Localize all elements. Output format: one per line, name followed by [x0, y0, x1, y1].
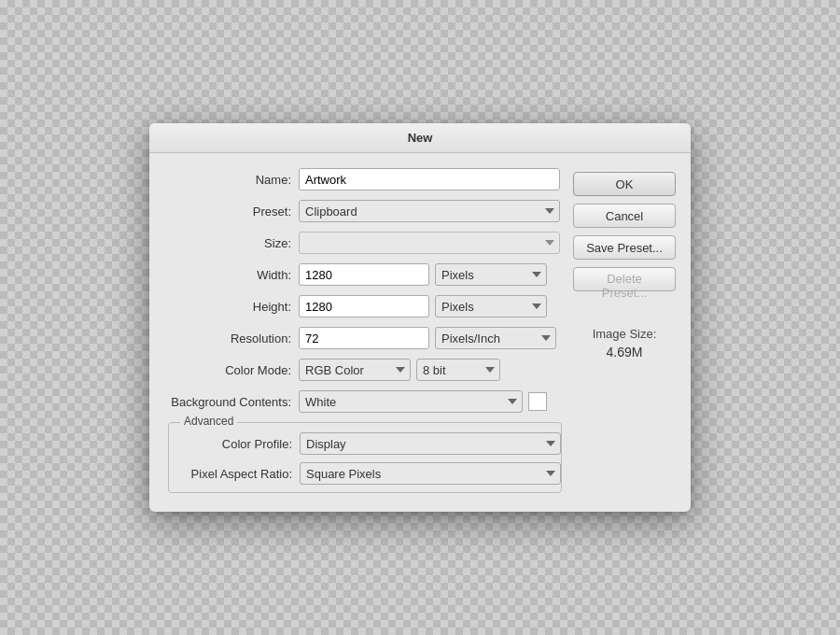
color-mode-field-group: RGB Color Grayscale CMYK Color 8 bit 16 …	[299, 359, 562, 381]
width-unit-select[interactable]: Pixels Inches Centimeters	[435, 263, 547, 286]
size-select[interactable]	[299, 232, 560, 254]
color-swatch[interactable]	[528, 392, 547, 411]
pixel-ratio-field-group: Square Pixels D1/DV NTSC D1/DV PAL	[300, 462, 561, 485]
ok-button[interactable]: OK	[573, 172, 676, 196]
resolution-unit-select[interactable]: Pixels/Inch Pixels/Centimeter	[435, 327, 556, 349]
preset-label: Preset:	[168, 205, 299, 219]
color-profile-label: Color Profile:	[169, 437, 300, 451]
size-label: Size:	[168, 236, 299, 250]
name-row: Name:	[168, 168, 562, 190]
background-select[interactable]: White Background Color Transparent	[299, 390, 523, 413]
height-unit-select[interactable]: Pixels Inches Centimeters	[435, 295, 547, 318]
advanced-group: Advanced Color Profile: Display sRGB IEC…	[168, 422, 562, 493]
preset-field-group: Clipboard Default Photoshop Size Letter …	[299, 200, 562, 222]
resolution-label: Resolution:	[168, 332, 299, 346]
size-row: Size:	[168, 232, 562, 254]
color-mode-label: Color Mode:	[168, 363, 299, 377]
background-row: Background Contents: White Background Co…	[168, 390, 562, 413]
height-field-group: Pixels Inches Centimeters	[299, 295, 562, 318]
save-preset-button[interactable]: Save Preset...	[573, 235, 676, 260]
form-area: Name: Preset: Clipboard Default Photosho…	[168, 168, 562, 493]
background-field-group: White Background Color Transparent	[299, 390, 562, 413]
name-label: Name:	[168, 173, 299, 187]
advanced-legend: Advanced	[180, 415, 237, 428]
size-field-group	[299, 232, 562, 254]
buttons-area: OK Cancel Save Preset... Delete Preset..…	[573, 168, 676, 493]
bit-depth-select[interactable]: 8 bit 16 bit 32 bit	[416, 359, 500, 381]
width-row: Width: Pixels Inches Centimeters	[168, 263, 562, 286]
width-input[interactable]	[299, 263, 429, 286]
size-input-wrapper	[299, 232, 560, 254]
color-mode-select[interactable]: RGB Color Grayscale CMYK Color	[299, 359, 411, 381]
color-profile-field-group: Display sRGB IEC61966-2.1 Adobe RGB (199…	[300, 432, 561, 455]
name-input[interactable]	[299, 168, 560, 190]
color-profile-row: Color Profile: Display sRGB IEC61966-2.1…	[169, 432, 561, 455]
image-size-label: Image Size:	[573, 327, 676, 341]
resolution-field-group: Pixels/Inch Pixels/Centimeter	[299, 327, 562, 349]
color-profile-select[interactable]: Display sRGB IEC61966-2.1 Adobe RGB (199…	[300, 432, 561, 455]
dialog-body: Name: Preset: Clipboard Default Photosho…	[149, 153, 691, 512]
dialog-title: New	[408, 131, 433, 145]
delete-preset-button[interactable]: Delete Preset...	[573, 267, 676, 291]
width-label: Width:	[168, 268, 299, 282]
color-mode-row: Color Mode: RGB Color Grayscale CMYK Col…	[168, 359, 562, 381]
image-size-value: 4.69M	[573, 345, 676, 360]
width-field-group: Pixels Inches Centimeters	[299, 263, 562, 286]
preset-select[interactable]: Clipboard Default Photoshop Size Letter …	[299, 200, 560, 222]
name-field-group	[299, 168, 562, 190]
preset-row: Preset: Clipboard Default Photoshop Size…	[168, 200, 562, 222]
resolution-row: Resolution: Pixels/Inch Pixels/Centimete…	[168, 327, 562, 349]
background-label: Background Contents:	[168, 395, 299, 409]
height-input[interactable]	[299, 295, 429, 318]
pixel-ratio-select[interactable]: Square Pixels D1/DV NTSC D1/DV PAL	[300, 462, 561, 485]
resolution-input[interactable]	[299, 327, 429, 349]
pixel-ratio-row: Pixel Aspect Ratio: Square Pixels D1/DV …	[169, 462, 561, 485]
image-size-area: Image Size: 4.69M	[573, 327, 676, 360]
height-row: Height: Pixels Inches Centimeters	[168, 295, 562, 318]
dialog-titlebar: New	[149, 123, 691, 153]
new-document-dialog: New Name: Preset: Clipboard Default Phot…	[149, 123, 691, 512]
cancel-button[interactable]: Cancel	[573, 204, 676, 228]
pixel-ratio-label: Pixel Aspect Ratio:	[169, 467, 300, 481]
height-label: Height:	[168, 300, 299, 314]
